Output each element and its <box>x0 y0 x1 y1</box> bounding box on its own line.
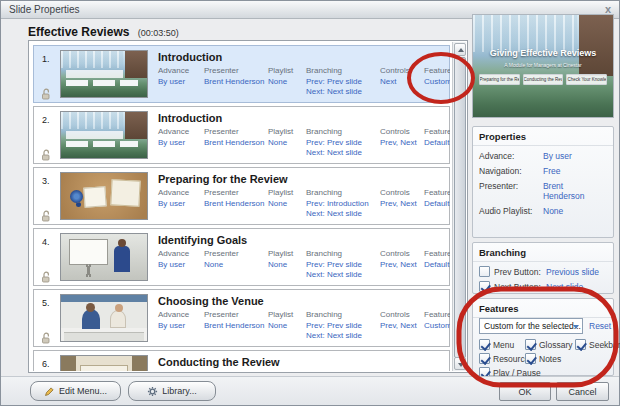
slide-features-value[interactable]: Default <box>424 199 450 209</box>
feature-toggle-notes[interactable]: Notes <box>525 353 575 364</box>
slide-branching-value[interactable]: Prev: Introduction <box>306 199 378 209</box>
preview-slide-title: Giving Effective Reviews <box>473 48 613 58</box>
slide-row-6[interactable]: 6.Conducting the Review <box>33 350 450 371</box>
presenter-column-label: Presenter <box>204 66 266 75</box>
features-panel: Features Custom for the selected... Rese… <box>472 298 614 376</box>
scrollbar-up-button[interactable] <box>454 43 466 56</box>
column-branching: BranchingPrev: Prev slideNext: Next slid… <box>306 66 378 97</box>
slide-features-value[interactable]: Custom <box>424 321 450 331</box>
thumb-decor <box>118 239 126 247</box>
slide-advance-value[interactable]: By user <box>158 321 202 331</box>
property-value[interactable]: Brent Henderson <box>543 181 607 201</box>
slide-advance-value[interactable]: By user <box>158 138 202 148</box>
column-playlist: PlaylistNone <box>268 249 304 280</box>
playlist-column-label: Playlist <box>268 188 304 197</box>
scrollbar-down-button[interactable] <box>454 357 466 370</box>
slide-row-content: Preparing for the ReviewAdvanceBy userPr… <box>158 173 445 219</box>
property-value[interactable]: None <box>543 206 563 216</box>
slide-row-2[interactable]: 2.IntroductionAdvanceBy userPresenterBre… <box>33 106 450 164</box>
features-reset-link[interactable]: Reset <box>589 321 611 331</box>
slide-controls-value[interactable]: Prev, Next <box>380 138 422 148</box>
slide-features-value[interactable]: Default <box>424 138 450 148</box>
feature-toggle-resources[interactable]: Resources <box>479 353 525 364</box>
slide-presenter-value[interactable]: None <box>204 260 266 270</box>
features-column-label: Features <box>424 188 450 197</box>
slide-columns: AdvanceBy userPresenterNonePlaylistNoneB… <box>158 249 445 280</box>
lock-open-icon <box>41 208 52 220</box>
slide-controls-value[interactable]: Next <box>380 77 422 87</box>
slide-row-4[interactable]: 4.Identifying GoalsAdvanceBy userPresent… <box>33 228 450 286</box>
slide-row-content: Choosing the VenueAdvanceBy userPresente… <box>158 295 445 341</box>
slide-playlist-value[interactable]: None <box>268 199 304 209</box>
menu-checkbox[interactable] <box>479 339 490 350</box>
presentation-duration: (00:03:50) <box>138 28 179 38</box>
property-value[interactable]: By user <box>543 151 572 161</box>
thumb-decor <box>125 51 147 78</box>
column-features: FeaturesCustom <box>424 66 450 97</box>
slide-playlist-value[interactable]: None <box>268 321 304 331</box>
property-value[interactable]: Free <box>543 166 560 176</box>
slide-controls-value[interactable]: Prev, Next <box>380 260 422 270</box>
slide-branching-value[interactable]: Next: Next slide <box>306 87 378 97</box>
footer-bar: Edit Menu... Library... OK Cancel <box>1 376 619 405</box>
slide-branching-value[interactable]: Next: Next slide <box>306 148 378 158</box>
slide-presenter-value[interactable]: Brent Henderson <box>204 321 266 331</box>
slide-playlist-value[interactable]: None <box>268 77 304 87</box>
glossary-checkbox[interactable] <box>525 339 536 350</box>
scrollbar-thumb[interactable] <box>454 57 466 358</box>
slide-advance-value[interactable]: By user <box>158 199 202 209</box>
slide-branching-value[interactable]: Prev: Prev slide <box>306 138 378 148</box>
pencil-icon <box>44 386 55 397</box>
slide-branching-value[interactable]: Next: Next slide <box>306 270 378 280</box>
slide-presenter-value[interactable]: Brent Henderson <box>204 199 266 209</box>
slide-branching-value[interactable]: Prev: Prev slide <box>306 321 378 331</box>
slide-playlist-value[interactable]: None <box>268 138 304 148</box>
features-column-label: Features <box>424 310 450 319</box>
slide-row-1[interactable]: 1.IntroductionAdvanceBy userPresenterBre… <box>33 45 450 103</box>
slide-branching-value[interactable]: Prev: Prev slide <box>306 260 378 270</box>
slide-presenter-value[interactable]: Brent Henderson <box>204 77 266 87</box>
edit-menu-button[interactable]: Edit Menu... <box>30 381 121 401</box>
advance-column-label: Advance <box>158 310 202 319</box>
ok-button[interactable]: OK <box>499 382 551 401</box>
feature-toggle-glossary[interactable]: Glossary <box>525 339 575 350</box>
slide-features-value[interactable]: Default <box>424 260 450 270</box>
column-presenter: PresenterBrent Henderson <box>204 310 266 341</box>
column-branching: BranchingPrev: Prev slideNext: Next slid… <box>306 127 378 158</box>
cancel-button[interactable]: Cancel <box>556 382 609 401</box>
property-label: Advance: <box>479 151 543 161</box>
slide-features-value[interactable]: Custom <box>424 77 450 87</box>
branching-value[interactable]: Previous slide <box>546 267 599 277</box>
column-features: FeaturesDefault <box>424 249 450 280</box>
thumb-decor <box>66 80 138 86</box>
features-checkbox-grid: MenuGlossarySeekbarResourcesNotesPlay / … <box>479 339 609 378</box>
advance-column-label: Advance <box>158 66 202 75</box>
feature-toggle-seekbar[interactable]: Seekbar <box>575 339 620 350</box>
slide-number: 4. <box>42 237 50 247</box>
slide-controls-value[interactable]: Prev, Next <box>380 199 422 209</box>
slide-branching-value[interactable]: Next: Next slide <box>306 331 378 341</box>
property-row: Advance:By user <box>473 146 613 161</box>
slide-row-5[interactable]: 5.Choosing the VenueAdvanceBy userPresen… <box>33 289 450 347</box>
resources-checkbox[interactable] <box>479 353 490 364</box>
slide-presenter-value[interactable]: Brent Henderson <box>204 138 266 148</box>
prev-button-checkbox[interactable] <box>479 266 490 277</box>
seekbar-checkbox[interactable] <box>575 339 586 350</box>
next-button-checkbox[interactable] <box>479 281 490 292</box>
branching-value[interactable]: Next slide <box>546 282 583 292</box>
slide-row-3[interactable]: 3.Preparing for the ReviewAdvanceBy user… <box>33 167 450 225</box>
slide-playlist-value[interactable]: None <box>268 260 304 270</box>
slide-branching-value[interactable]: Prev: Prev slide <box>306 77 378 87</box>
slide-title: Preparing for the Review <box>158 173 445 185</box>
notes-checkbox[interactable] <box>525 353 536 364</box>
slide-advance-value[interactable]: By user <box>158 260 202 270</box>
slide-list-scrollbar[interactable] <box>452 42 466 371</box>
advance-column-label: Advance <box>158 127 202 136</box>
slide-advance-value[interactable]: By user <box>158 77 202 87</box>
library-button[interactable]: Library... <box>128 381 216 401</box>
feature-toggle-menu[interactable]: Menu <box>479 339 525 350</box>
slide-controls-value[interactable]: Prev, Next <box>380 321 422 331</box>
features-mode-dropdown[interactable]: Custom for the selected... <box>479 318 583 334</box>
column-presenter: PresenterBrent Henderson <box>204 66 266 97</box>
slide-branching-value[interactable]: Next: Next slide <box>306 209 378 219</box>
